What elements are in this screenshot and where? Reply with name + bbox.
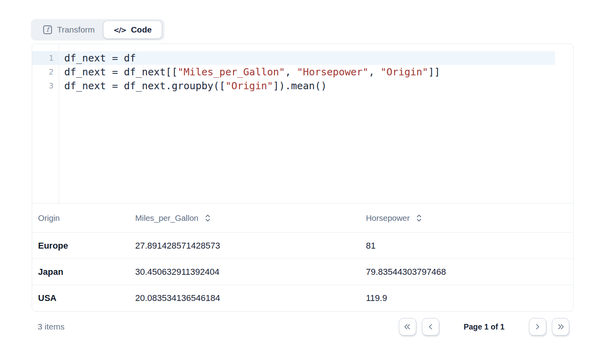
cell-horsepower: 119.9 xyxy=(360,293,573,303)
table-row: USA 20.083534136546184 119.9 xyxy=(32,285,573,311)
cell-miles-per-gallon: 27.891428571428573 xyxy=(129,241,360,251)
column-header-miles-per-gallon[interactable]: Miles_per_Gallon xyxy=(129,213,360,223)
cell-horsepower: 81 xyxy=(360,241,573,251)
tab-transform-label: Transform xyxy=(57,25,95,34)
function-icon: f xyxy=(43,25,52,34)
tab-code-label: Code xyxy=(131,25,152,34)
code-icon: </> xyxy=(113,26,126,34)
line-number: 3 xyxy=(32,79,59,93)
cell-horsepower: 79.83544303797468 xyxy=(360,267,573,277)
column-header-label: Miles_per_Gallon xyxy=(135,213,199,223)
line-number: 1 xyxy=(32,51,59,65)
code-line-text: df_next = df xyxy=(59,51,573,65)
code-editor[interactable]: 1 df_next = df 2 df_next = df_next[["Mil… xyxy=(32,44,573,203)
sort-icon xyxy=(205,214,211,222)
tab-code[interactable]: </> Code xyxy=(103,21,162,38)
first-page-button[interactable] xyxy=(399,318,416,335)
sort-icon xyxy=(416,214,422,222)
first-page-icon xyxy=(403,322,412,331)
column-header-horsepower[interactable]: Horsepower xyxy=(360,213,573,223)
last-page-icon xyxy=(556,322,565,331)
table-row: Japan 30.450632911392404 79.835443037974… xyxy=(32,259,573,285)
cell-origin: Europe xyxy=(32,241,129,251)
code-line[interactable]: 1 df_next = df xyxy=(32,51,573,65)
code-line-text: df_next = df_next.groupby(["Origin"]).me… xyxy=(59,79,573,93)
cell-miles-per-gallon: 30.450632911392404 xyxy=(129,267,360,277)
line-number: 2 xyxy=(32,65,59,79)
cell-origin: USA xyxy=(32,293,129,303)
table-header-row: Origin Miles_per_Gallon Horsepower xyxy=(32,203,573,233)
result-table: Origin Miles_per_Gallon Horsepower xyxy=(32,203,573,311)
next-page-button[interactable] xyxy=(529,318,546,335)
page-indicator: Page 1 of 1 xyxy=(445,322,523,331)
items-count: 3 items xyxy=(32,322,65,331)
table-row: Europe 27.891428571428573 81 xyxy=(32,233,573,259)
prev-page-button[interactable] xyxy=(422,318,439,335)
column-header-label: Horsepower xyxy=(366,213,410,223)
last-page-button[interactable] xyxy=(552,318,569,335)
prev-page-icon xyxy=(426,322,435,331)
pagination: Page 1 of 1 xyxy=(399,318,574,335)
page: f Transform </> Code 1 df_next = df 2 df… xyxy=(0,0,601,364)
code-line-text: df_next = df_next[["Miles_per_Gallon", "… xyxy=(59,65,573,79)
column-header-origin: Origin xyxy=(32,213,129,223)
table-footer: 3 items Page 1 of 1 xyxy=(32,318,574,335)
data-panel: 1 df_next = df 2 df_next = df_next[["Mil… xyxy=(32,44,574,312)
tab-transform[interactable]: f Transform xyxy=(31,19,103,40)
cell-miles-per-gallon: 20.083534136546184 xyxy=(129,293,360,303)
cell-origin: Japan xyxy=(32,267,129,277)
code-line[interactable]: 3 df_next = df_next.groupby(["Origin"]).… xyxy=(32,79,573,93)
code-line[interactable]: 2 df_next = df_next[["Miles_per_Gallon",… xyxy=(32,65,573,79)
view-toggle: f Transform </> Code xyxy=(31,19,165,40)
next-page-icon xyxy=(533,322,542,331)
